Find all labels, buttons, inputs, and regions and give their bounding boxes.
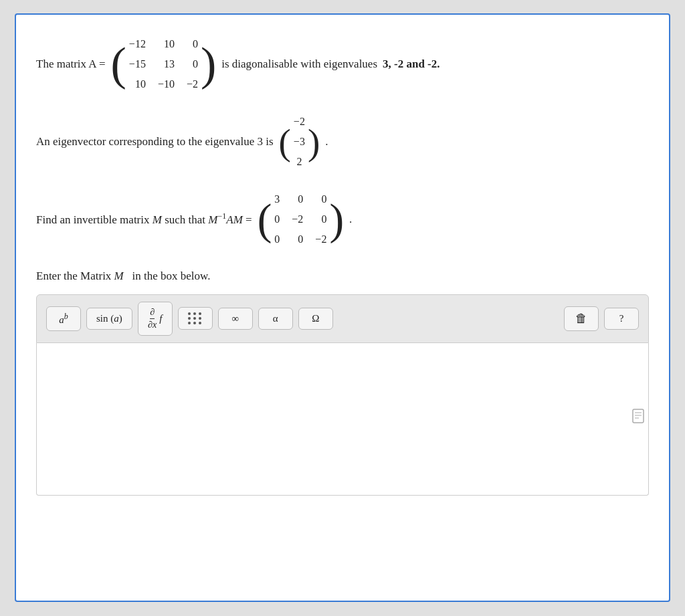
cell-A-00: −12 — [129, 35, 146, 54]
eigenvector-section: An eigenvector corresponding to the eige… — [36, 112, 649, 171]
intro-text: The matrix A = — [36, 56, 106, 73]
matrix-input[interactable] — [37, 343, 648, 490]
cell-A-21: −10 — [158, 75, 175, 94]
cell-A-12: 0 — [187, 55, 198, 74]
d-11: −2 — [292, 210, 303, 229]
cell-A-22: −2 — [187, 75, 198, 94]
enter-label: Enter the Matrix M in the box below. — [36, 268, 649, 285]
eigenvalues-text: 3, -2 and -2. — [383, 56, 439, 73]
bracket-right-A: ) — [201, 41, 216, 88]
cell-A-11: 13 — [158, 55, 175, 74]
alpha-label: α — [273, 313, 278, 324]
power-button[interactable]: ab — [46, 306, 81, 331]
d-01: 0 — [292, 190, 303, 209]
ev-0: −2 — [294, 112, 305, 131]
d-20: 0 — [274, 230, 280, 249]
power-label: ab — [59, 312, 68, 326]
matrix-intro-section: The matrix A = ( −12 10 0 −15 13 0 10 −1… — [36, 35, 649, 94]
eigenvector-period: . — [325, 133, 328, 150]
bracket-left-d: ( — [258, 198, 272, 241]
cell-A-20: 10 — [129, 75, 146, 94]
side-page-icon — [632, 409, 644, 429]
dots-button[interactable] — [178, 307, 213, 330]
bracket-left-ev: ( — [279, 124, 291, 161]
svg-rect-0 — [633, 409, 644, 423]
omega-button[interactable]: Ω — [298, 308, 333, 330]
sin-button[interactable]: sin (a) — [86, 308, 132, 330]
bracket-right-ev: ) — [308, 124, 320, 161]
diagonal-content: 3 0 0 0 −2 0 0 0 −2 — [274, 190, 326, 249]
omega-label: Ω — [312, 313, 319, 324]
matrix-A: ( −12 10 0 −15 13 0 10 −10 −2 ) — [111, 35, 217, 94]
trash-icon: 🗑 — [575, 312, 587, 326]
partial-f-label: f — [159, 313, 162, 324]
find-section: Find an invertible matrix M such that M−… — [36, 190, 649, 249]
d-12: 0 — [315, 210, 326, 229]
cell-A-02: 0 — [187, 35, 198, 54]
d-22: −2 — [315, 230, 326, 249]
infinity-label: ∞ — [231, 313, 239, 324]
help-label: ? — [619, 313, 624, 324]
matrix-A-content: −12 10 0 −15 13 0 10 −10 −2 — [129, 35, 198, 94]
eigenvector-matrix: ( −2 −3 2 ) — [279, 112, 320, 171]
find-period: . — [349, 211, 352, 228]
diagonal-matrix: ( 3 0 0 0 −2 0 0 0 −2 ) — [258, 190, 344, 249]
partial-label: ∂ ∂x — [148, 307, 157, 330]
matrix-input-area — [36, 343, 649, 496]
diagonalisable-text: is diagonalisable with eigenvalues — [221, 56, 377, 73]
bracket-right-d: ) — [329, 198, 344, 241]
partial-button[interactable]: ∂ ∂x f — [138, 302, 173, 336]
infinity-button[interactable]: ∞ — [218, 308, 253, 330]
enter-section: Enter the Matrix M in the box below. ab … — [36, 268, 649, 496]
bracket-left-A: ( — [111, 41, 126, 88]
eigenvector-intro-text: An eigenvector corresponding to the eige… — [36, 133, 274, 150]
ev-2: 2 — [294, 152, 305, 171]
help-button[interactable]: ? — [604, 308, 639, 330]
d-00: 3 — [274, 190, 280, 209]
d-02: 0 — [315, 190, 326, 209]
page-container: The matrix A = ( −12 10 0 −15 13 0 10 −1… — [15, 13, 670, 602]
find-text: Find an invertible matrix M such that M−… — [36, 210, 252, 228]
cell-A-01: 10 — [158, 35, 175, 54]
trash-button[interactable]: 🗑 — [564, 306, 599, 331]
math-toolbar: ab sin (a) ∂ ∂x f — [36, 294, 649, 343]
sin-label: sin (a) — [96, 313, 122, 324]
ev-1: −3 — [294, 132, 305, 151]
d-10: 0 — [274, 210, 280, 229]
eigenvector-content: −2 −3 2 — [294, 112, 305, 171]
alpha-button[interactable]: α — [258, 308, 293, 330]
cell-A-10: −15 — [129, 55, 146, 74]
d-21: 0 — [292, 230, 303, 249]
dots-icon — [188, 312, 202, 324]
